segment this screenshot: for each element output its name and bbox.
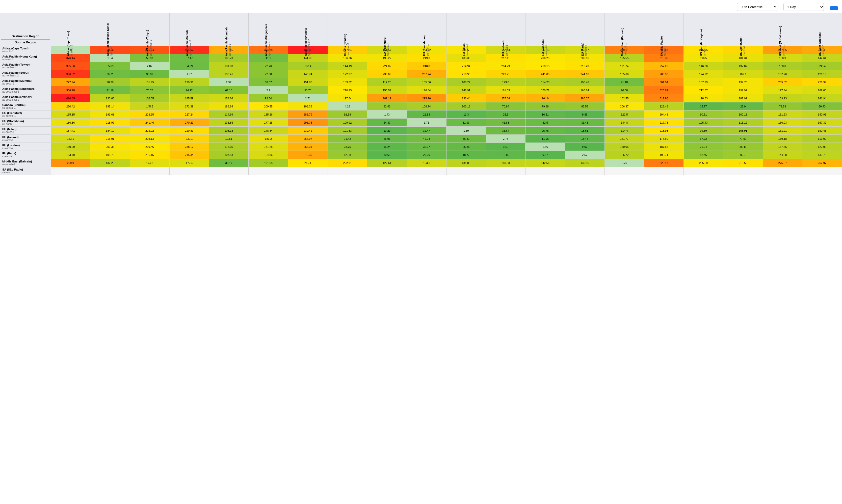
- top-controls: 50th Percentile 75th Percentile 90th Per…: [0, 0, 842, 13]
- col-header-us-east-1: US East (N. Virginia)us-east-1: [684, 13, 723, 46]
- data-cell: 41.18: [604, 78, 644, 86]
- col-header-me-south-1: Middle East (Bahrain)me-south-1: [604, 13, 644, 46]
- data-cell: 177.25: [249, 119, 288, 127]
- data-cell: 34.89: [169, 62, 209, 70]
- data-cell: 150.29: [51, 143, 90, 151]
- data-cell: 229.71: [486, 70, 526, 78]
- data-cell: 146.74: [288, 70, 328, 78]
- data-cell: 114.23: [526, 78, 565, 86]
- data-cell: 78.75: [328, 143, 367, 151]
- data-cell: 151.86: [288, 78, 328, 86]
- data-cell: 2.71: [288, 94, 328, 103]
- data-cell: [486, 167, 526, 175]
- data-cell: 25.9: [723, 103, 763, 110]
- col-header-sa-east-1: SA (São Paulo)sa-east-1: [644, 13, 684, 46]
- data-cell: 181.2: [249, 135, 288, 143]
- data-cell: 215.02: [130, 127, 170, 135]
- data-cell: 150.46: [802, 127, 842, 135]
- data-cell: 323.81: [644, 86, 684, 94]
- data-cell: 32.47: [407, 127, 446, 135]
- reload-button[interactable]: [830, 6, 838, 10]
- col-header-us-west-2: US West (Oregon)us-west-2: [802, 13, 842, 46]
- data-cell: 172.97: [328, 70, 367, 78]
- data-cell: 123.0: [486, 78, 526, 86]
- data-cell: 79.88: [526, 103, 565, 110]
- col-header-eu-central-1: EU (Frankfurt)eu-central-1: [367, 13, 407, 46]
- data-cell: 11.3: [446, 110, 486, 119]
- data-cell: 257.07: [288, 135, 328, 143]
- data-cell: 108.13: [209, 127, 249, 135]
- col-header-ca-central-1: Canada (Central)ca-central-1: [328, 13, 367, 46]
- data-cell: [763, 167, 802, 175]
- data-cell: 55.69: [90, 62, 130, 70]
- data-cell: 1.43: [367, 110, 407, 119]
- data-cell: 2.78: [486, 135, 526, 143]
- data-cell: [367, 167, 407, 175]
- table-row: EU (Ireland)eu-west-1163.1215.91203.1323…: [0, 135, 842, 143]
- data-cell: 163.79: [51, 151, 90, 159]
- col-header-eu-north-1: EU (Stockholm)eu-north-1: [407, 13, 446, 46]
- data-cell: 1.97: [169, 70, 209, 78]
- data-cell: 82.46: [684, 151, 723, 159]
- timeframe-select[interactable]: 1 Hour 3 Hours 6 Hours 12 Hours 1 Day 3 …: [784, 3, 824, 11]
- data-cell: 25.93: [367, 135, 407, 143]
- data-cell: 79.53: [763, 103, 802, 110]
- data-cell: 108.74: [407, 103, 446, 110]
- data-cell: 151.23: [763, 110, 802, 119]
- data-cell: 301.04: [644, 78, 684, 86]
- data-cell: 184.19: [90, 127, 130, 135]
- data-cell: 222.91: [328, 159, 367, 167]
- data-cell: 2.76: [604, 159, 644, 167]
- data-cell: 9.67: [526, 151, 565, 159]
- data-cell: 60.57: [249, 78, 288, 86]
- data-cell: 101.33: [328, 127, 367, 135]
- data-cell: 215.91: [90, 135, 130, 143]
- data-cell: 41.16: [90, 86, 130, 94]
- data-cell: 133.73: [802, 151, 842, 159]
- table-row: EU (Milan)eu-south-1187.41184.19215.0222…: [0, 127, 842, 135]
- data-cell: 42.74: [407, 135, 446, 143]
- timeframe-group: 1 Hour 3 Hours 6 Hours 12 Hours 1 Day 3 …: [784, 2, 824, 11]
- data-cell: [684, 167, 723, 175]
- data-cell: 187.99: [723, 94, 763, 103]
- data-cell: 197.92: [723, 86, 763, 94]
- data-cell: [51, 167, 90, 175]
- data-cell: 114.99: [209, 110, 249, 119]
- data-cell: 144.19: [328, 62, 367, 70]
- data-cell: 1.56: [526, 143, 565, 151]
- row-header-ap-northeast-1: Asia Pacific (Tokyo)ap-northeast-1: [0, 62, 51, 70]
- data-cell: 197.84: [328, 94, 367, 103]
- data-cell: 174.72: [684, 70, 723, 78]
- table-row: Middle East (Bahrain)me-south-1299.9132.…: [0, 159, 842, 167]
- data-cell: 325.17: [644, 159, 684, 167]
- data-cell: 116.12: [723, 119, 763, 127]
- data-cell: 206.37: [604, 103, 644, 110]
- col-header-ap-northeast-2: Asia Pacific (Seoul)ap-northeast-2: [169, 13, 209, 46]
- data-cell: 188.84: [209, 103, 249, 110]
- table-row: Asia Pacific (Mumbai)ap-south-1277.9498.…: [0, 78, 842, 86]
- data-cell: 209.46: [130, 143, 170, 151]
- data-cell: 145.6: [130, 103, 170, 110]
- corner-cell: Destination RegionSource Region: [0, 13, 51, 46]
- data-cell: 365.96: [51, 62, 90, 70]
- data-cell: 99.54: [802, 62, 842, 70]
- data-cell: 126.19: [802, 70, 842, 78]
- percentile-select[interactable]: 50th Percentile 75th Percentile 90th Per…: [737, 3, 777, 11]
- data-cell: [328, 167, 367, 175]
- data-cell: 77.99: [723, 135, 763, 143]
- data-cell: 230.69: [367, 70, 407, 78]
- data-cell: 33.87: [130, 70, 170, 78]
- data-cell: 93.73: [288, 86, 328, 94]
- data-cell: 277.94: [51, 78, 90, 86]
- data-cell: 2.57: [565, 151, 604, 159]
- data-cell: 141.77: [604, 135, 644, 143]
- data-cell: 101.65: [249, 159, 288, 167]
- data-cell: 178.59: [644, 135, 684, 143]
- data-cell: 195.79: [90, 151, 130, 159]
- data-cell: 2.52: [209, 78, 249, 86]
- data-cell: 1.59: [446, 127, 486, 135]
- data-cell: 76.24: [684, 143, 723, 151]
- data-cell: 216.98: [446, 70, 486, 78]
- data-cell: 336.78: [51, 86, 90, 94]
- data-cell: 92.42: [367, 103, 407, 110]
